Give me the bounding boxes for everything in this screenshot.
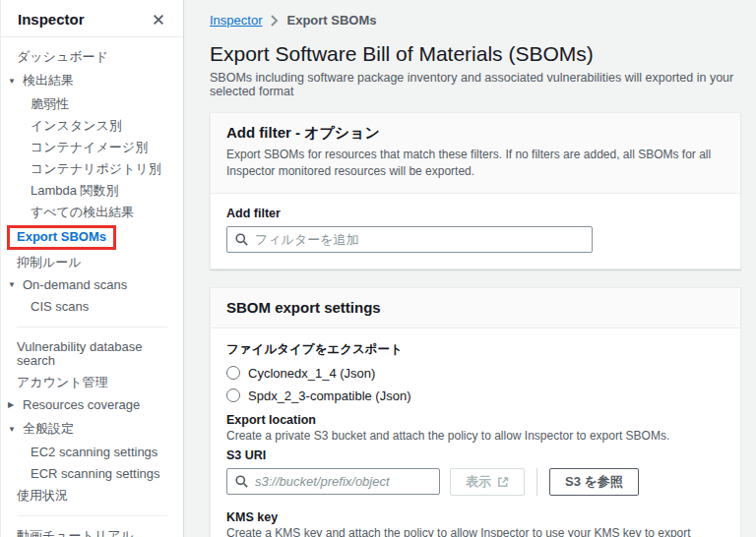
sidebar-section-general-settings[interactable]: ▼ 全般設定: [1, 416, 183, 442]
radio-button-icon[interactable]: [226, 366, 240, 380]
sidebar-section-resources-coverage[interactable]: ▶ Resources coverage: [1, 393, 183, 416]
search-icon: [235, 233, 248, 246]
radio-button-icon[interactable]: [226, 388, 240, 402]
sidebar-item-vulnerabilities[interactable]: 脆弱性: [1, 93, 183, 115]
sbom-settings-card-title: SBOM export settings: [226, 299, 724, 316]
triangle-down-icon: ▼: [8, 77, 17, 86]
radio-option-cyclonedx-label: Cyclonedx_1_4 (Json): [248, 366, 375, 381]
close-icon[interactable]: [152, 13, 165, 27]
sbom-export-settings-card: SBOM export settings ファイルタイプをエクスポート Cycl…: [210, 287, 741, 537]
sidebar-item-vulnerability-database-search[interactable]: Vulnerability database search: [1, 336, 183, 372]
add-filter-label: Add filter: [226, 207, 724, 220]
radio-option-cyclonedx[interactable]: Cyclonedx_1_4 (Json): [226, 366, 724, 381]
main-content: Inspector Export SBOMs Export Software B…: [184, 0, 756, 537]
sidebar-item-export-sboms[interactable]: Export SBOMs: [1, 223, 183, 252]
sidebar-item-by-container-image[interactable]: コンテナイメージ別: [1, 137, 183, 158]
chevron-right-icon: [270, 15, 279, 27]
file-type-label: ファイルタイプをエクスポート: [226, 341, 724, 358]
sidebar-item-account-management[interactable]: アカウント管理: [1, 372, 183, 393]
add-filter-card-body: Add filter: [211, 194, 740, 268]
sidebar-title: Inspector: [18, 11, 85, 28]
add-filter-card-header: Add filter - オプション Export SBOMs for reso…: [211, 113, 740, 194]
s3-uri-input[interactable]: [255, 474, 431, 489]
sidebar-item-ec2-scanning-settings[interactable]: EC2 scanning settings: [1, 442, 183, 463]
radio-option-spdx-label: Spdx_2_3-compatible (Json): [248, 388, 410, 403]
breadcrumb-link-inspector[interactable]: Inspector: [210, 13, 262, 28]
page-title: Export Software Bill of Materials (SBOMs…: [210, 42, 741, 66]
sidebar-section-label: Resources coverage: [23, 397, 140, 412]
sidebar-divider: [17, 327, 167, 328]
sidebar-nav: ダッシュボード ▼ 検出結果 脆弱性 インスタンス別 コンテナイメージ別 コンテ…: [1, 37, 183, 537]
sidebar-item-by-instance[interactable]: インスタンス別: [1, 115, 183, 137]
sidebar-item-video-tutorials[interactable]: 動画チュートリアル: [1, 525, 183, 537]
view-button-label: 表示: [466, 473, 491, 491]
sidebar-item-cis-scans[interactable]: CIS scans: [1, 296, 183, 318]
add-filter-card-description: Export SBOMs for resources that match th…: [226, 147, 724, 181]
sidebar-item-suppression-rules[interactable]: 抑制ルール: [1, 252, 183, 273]
sbom-settings-card-header: SBOM export settings: [211, 288, 740, 328]
sidebar-section-label: 検出結果: [23, 72, 74, 90]
button-divider: [536, 468, 537, 496]
s3-uri-row: 表示 S3 を参照: [226, 468, 724, 496]
sidebar-section-label: 全般設定: [23, 420, 74, 438]
view-button[interactable]: 表示: [450, 468, 525, 496]
sidebar-divider: [17, 515, 167, 516]
browse-s3-button[interactable]: S3 を参照: [549, 468, 639, 496]
sbom-settings-card-body: ファイルタイプをエクスポート Cyclonedx_1_4 (Json) Spdx…: [211, 328, 740, 537]
export-location-description: Create a private S3 bucket and attach th…: [226, 429, 724, 443]
sidebar-item-all-findings[interactable]: すべての検出結果: [1, 202, 183, 223]
triangle-down-icon: ▼: [8, 280, 17, 289]
sidebar-item-by-container-repository[interactable]: コンテナリポジトリ別: [1, 158, 183, 180]
breadcrumb-current: Export SBOMs: [286, 13, 376, 28]
add-filter-input[interactable]: [255, 232, 584, 247]
sidebar-item-usage[interactable]: 使用状況: [1, 485, 183, 507]
sidebar-item-ecr-scanning-settings[interactable]: ECR scanning settings: [1, 463, 183, 485]
browse-s3-button-label: S3 を参照: [565, 473, 623, 491]
sidebar-section-on-demand-scans[interactable]: ▼ On-demand scans: [1, 273, 183, 296]
external-link-icon: [497, 476, 509, 488]
kms-key-label: KMS key: [226, 510, 724, 524]
add-filter-card: Add filter - オプション Export SBOMs for reso…: [210, 112, 741, 269]
sidebar-section-label: On-demand scans: [23, 277, 127, 292]
kms-key-description: Create a KMS key and attach the policy t…: [226, 526, 724, 537]
triangle-right-icon: ▶: [8, 400, 17, 409]
s3-uri-input-box[interactable]: [226, 468, 440, 495]
page-subtitle: SBOMs including software package invento…: [210, 71, 741, 98]
sidebar-item-export-sboms-label[interactable]: Export SBOMs: [17, 229, 106, 244]
sidebar-item-dashboard[interactable]: ダッシュボード: [1, 46, 183, 68]
sidebar-item-by-lambda-function[interactable]: Lambda 関数別: [1, 180, 183, 202]
radio-option-spdx[interactable]: Spdx_2_3-compatible (Json): [226, 388, 724, 403]
sidebar-section-findings[interactable]: ▼ 検出結果: [1, 68, 183, 93]
search-icon: [235, 475, 248, 488]
triangle-down-icon: ▼: [8, 425, 17, 434]
sidebar: Inspector ダッシュボード ▼ 検出結果 脆弱性 インスタンス別 コンテ…: [1, 0, 184, 537]
add-filter-input-box[interactable]: [226, 226, 593, 253]
add-filter-card-title: Add filter - オプション: [226, 124, 724, 143]
export-location-label: Export location: [226, 413, 724, 427]
s3-uri-label: S3 URI: [226, 448, 724, 462]
annotation-highlight: Export SBOMs: [7, 225, 116, 250]
breadcrumb: Inspector Export SBOMs: [210, 13, 741, 28]
